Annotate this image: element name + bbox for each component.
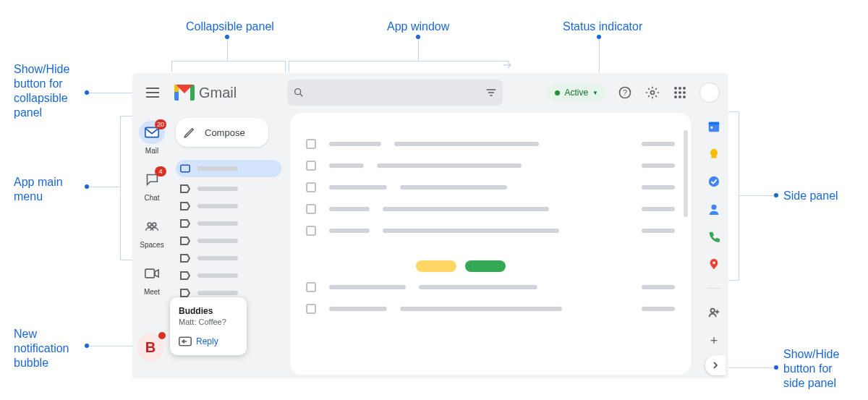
calendar-icon[interactable]: [707, 120, 720, 133]
annotation-app-window: App window: [387, 20, 449, 34]
folder-placeholder: [197, 187, 238, 191]
row-checkbox[interactable]: [306, 226, 316, 236]
row-checkbox[interactable]: [306, 161, 316, 171]
label-icon: [180, 271, 190, 280]
compose-label: Compose: [205, 127, 245, 138]
annotation-show-hide-collapsible: Show/Hide button for collapsible panel: [14, 62, 69, 120]
settings-icon[interactable]: [644, 85, 660, 101]
folder-placeholder: [197, 204, 238, 208]
row-sender-placeholder: [329, 307, 387, 311]
product-name: Gmail: [199, 85, 237, 101]
header-actions: Active ▼ ?: [548, 82, 728, 103]
annotation-side-panel: Side panel: [783, 189, 838, 203]
row-checkbox[interactable]: [306, 282, 316, 292]
row-sender-placeholder: [329, 163, 364, 168]
row-subject-placeholder: [377, 163, 522, 168]
gmail-header: Gmail Active ▼ ?: [132, 73, 728, 112]
row-sender-placeholder: [329, 207, 370, 211]
folder-placeholder: [197, 166, 238, 171]
notification-reply-button[interactable]: Reply: [179, 336, 238, 346]
svg-point-26: [711, 205, 716, 210]
inbox-row[interactable]: [300, 133, 681, 155]
folder-placeholder: [197, 273, 238, 278]
folder-row[interactable]: [176, 183, 281, 195]
folder-placeholder: [197, 239, 238, 243]
inbox-row[interactable]: [300, 198, 681, 220]
maps-icon[interactable]: [707, 258, 720, 271]
svg-point-7: [651, 91, 655, 95]
folder-row[interactable]: [176, 200, 281, 212]
contacts-icon[interactable]: [707, 203, 720, 216]
folder-row[interactable]: [176, 235, 281, 247]
row-date-placeholder: [642, 163, 675, 168]
rail-item-mail[interactable]: 20 Mail: [136, 121, 168, 155]
keep-icon[interactable]: [707, 148, 720, 161]
row-date-placeholder: [642, 142, 675, 146]
contacts-add-icon[interactable]: [707, 306, 720, 319]
status-indicator[interactable]: Active ▼: [548, 85, 605, 101]
folder-placeholder: [197, 221, 238, 226]
folder-row[interactable]: [176, 160, 281, 177]
notification-bubble[interactable]: B: [137, 333, 164, 361]
inbox-row[interactable]: [300, 298, 681, 320]
main-menu-button[interactable]: [138, 78, 167, 107]
row-checkbox[interactable]: [306, 204, 316, 214]
inbox-row[interactable]: [300, 176, 681, 198]
gmail-logo[interactable]: Gmail: [174, 85, 237, 101]
voice-icon[interactable]: [707, 230, 720, 243]
search-filter-icon[interactable]: [485, 88, 497, 98]
svg-point-10: [683, 87, 686, 90]
row-date-placeholder: [642, 229, 675, 233]
row-sender-placeholder: [329, 229, 370, 233]
row-checkbox[interactable]: [306, 304, 316, 314]
svg-rect-21: [181, 165, 190, 171]
annotation-app-main-menu: App main menu: [14, 175, 63, 204]
scrollbar[interactable]: [684, 130, 688, 217]
row-date-placeholder: [642, 207, 675, 211]
svg-rect-17: [145, 127, 158, 137]
account-avatar[interactable]: [699, 82, 720, 103]
svg-point-18: [148, 223, 151, 226]
folder-row[interactable]: [176, 252, 281, 264]
label-chip-yellow[interactable]: [416, 260, 456, 272]
label-icon: [180, 202, 190, 210]
svg-point-12: [678, 91, 681, 94]
svg-point-11: [674, 91, 677, 94]
inbox-icon: [180, 164, 190, 173]
row-checkbox[interactable]: [306, 139, 316, 149]
label-icon: [180, 184, 190, 193]
rail-item-chat[interactable]: 4 Chat: [136, 168, 168, 202]
svg-point-9: [678, 87, 681, 90]
inbox-row[interactable]: [300, 155, 681, 176]
tasks-icon[interactable]: [707, 175, 720, 188]
reply-icon: [179, 336, 192, 346]
chevron-right-icon: [711, 361, 720, 370]
row-subject-placeholder: [400, 307, 562, 311]
svg-point-14: [674, 95, 677, 98]
spaces-icon: [145, 221, 159, 232]
rail-item-meet[interactable]: Meet: [136, 262, 168, 296]
hamburger-icon: [146, 92, 159, 93]
add-addon-button[interactable]: +: [710, 333, 718, 349]
annotation-notification-bubble: New notification bubble: [14, 327, 69, 370]
label-icon: [180, 237, 190, 245]
label-chip-green[interactable]: [465, 260, 506, 272]
app-window: Gmail Active ▼ ?: [132, 73, 728, 378]
rail-badge: 20: [155, 119, 166, 129]
folder-row[interactable]: [176, 270, 281, 281]
apps-grid-icon[interactable]: [672, 85, 688, 101]
inbox-row[interactable]: [300, 220, 681, 242]
search-input[interactable]: [287, 80, 503, 106]
folder-row[interactable]: [176, 218, 281, 229]
chevron-down-icon: ▼: [592, 90, 598, 96]
status-label: Active: [564, 88, 588, 98]
row-checkbox[interactable]: [306, 182, 316, 192]
inbox-row[interactable]: [300, 276, 681, 298]
annotation-show-hide-side-panel: Show/Hide button for side panel: [783, 347, 839, 391]
rail-label: Mail: [145, 147, 158, 155]
row-subject-placeholder: [400, 185, 507, 190]
rail-item-spaces[interactable]: Spaces: [136, 215, 168, 249]
help-icon[interactable]: ?: [617, 85, 633, 101]
compose-button[interactable]: Compose: [176, 118, 268, 147]
side-panel-toggle[interactable]: [705, 355, 726, 375]
